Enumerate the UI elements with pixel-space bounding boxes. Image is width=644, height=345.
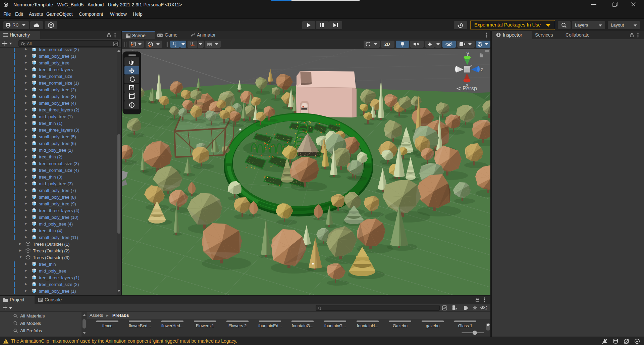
svg-text:Persp: Persp: [463, 85, 477, 91]
svg-text:Y: Y: [174, 44, 176, 47]
svg-text:z: z: [481, 66, 483, 72]
svg-text:2: 2: [485, 305, 487, 310]
svg-text:y: y: [467, 50, 469, 56]
